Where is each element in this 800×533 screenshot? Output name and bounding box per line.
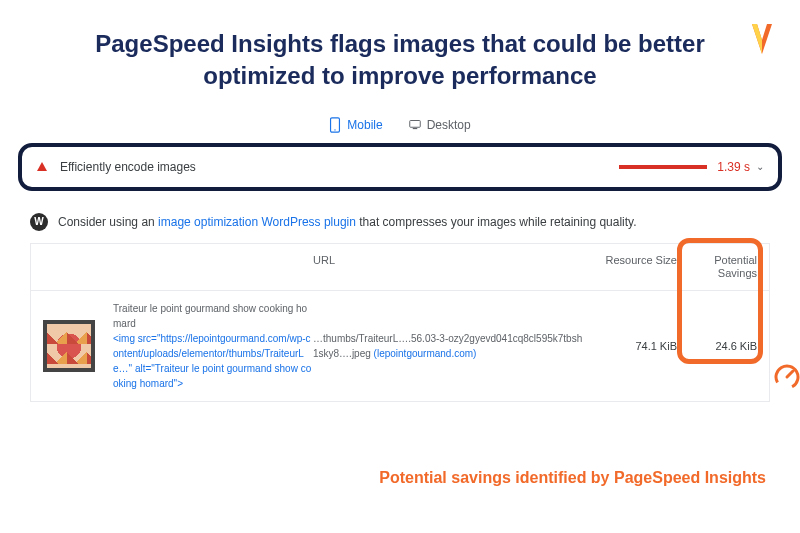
tab-desktop-label: Desktop [427, 118, 471, 132]
device-tabs: Mobile Desktop [0, 117, 800, 133]
header-url: URL [313, 254, 587, 280]
gauge-icon [772, 362, 800, 396]
recommendation-link[interactable]: image optimization WordPress plugin [158, 215, 356, 229]
svg-rect-2 [409, 120, 420, 127]
chevron-down-icon: ⌄ [756, 161, 764, 172]
header-resource-size: Resource Size [587, 254, 677, 280]
tab-mobile-label: Mobile [347, 118, 382, 132]
table-row: Traiteur le point gourmand show cooking … [31, 291, 769, 401]
table-header: URL Resource Size PotentialSavings [31, 244, 769, 291]
url-cell: …thumbs/TraiteurL….56.03-3-ozy2gyevd041c… [313, 331, 587, 361]
image-thumbnail [43, 320, 95, 372]
desktop-icon [409, 117, 421, 133]
mobile-icon [329, 117, 341, 133]
warning-icon [36, 161, 48, 173]
header-potential-savings: PotentialSavings [677, 254, 757, 280]
annotation-caption: Potential savings identified by PageSpee… [379, 467, 766, 489]
tab-desktop[interactable]: Desktop [409, 117, 471, 133]
audit-label: Efficiently encode images [60, 160, 619, 174]
svg-point-1 [335, 129, 336, 130]
audit-row-highlight[interactable]: Efficiently encode images 1.39 s ⌄ [18, 143, 782, 191]
potential-savings-cell: 24.6 KiB [677, 340, 757, 352]
recommendation-row: W Consider using an image optimization W… [30, 213, 770, 231]
svg-line-5 [787, 371, 793, 377]
audit-time: 1.39 s [717, 160, 750, 174]
image-markup-cell: Traiteur le point gourmand show cooking … [113, 301, 313, 391]
wordpress-icon: W [30, 213, 48, 231]
opportunities-table: URL Resource Size PotentialSavings Trait… [30, 243, 770, 402]
resource-size-cell: 74.1 KiB [587, 340, 677, 352]
brand-logo [750, 22, 774, 66]
tab-mobile[interactable]: Mobile [329, 117, 382, 133]
page-title: PageSpeed Insights flags images that cou… [0, 0, 800, 101]
recommendation-suffix: that compresses your images while retain… [356, 215, 637, 229]
recommendation-prefix: Consider using an [58, 215, 158, 229]
svg-rect-3 [412, 128, 417, 129]
savings-bar [619, 165, 707, 169]
